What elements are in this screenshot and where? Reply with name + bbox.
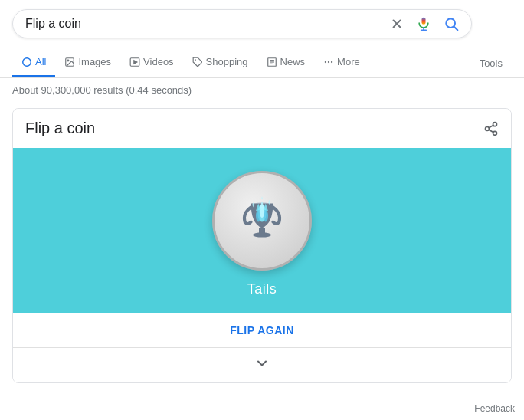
voice-search-button[interactable] (410, 16, 437, 31)
coin-circle (212, 171, 312, 271)
svg-point-19 (331, 61, 332, 62)
tab-shopping[interactable]: Shopping (183, 48, 257, 77)
svg-marker-37 (261, 196, 263, 200)
tab-all-label: All (35, 56, 46, 67)
image-icon (64, 57, 75, 67)
coin-display-area: Tails (13, 148, 511, 313)
microphone-icon (416, 16, 431, 31)
results-count: About 90,300,000 results (0.44 seconds) (0, 78, 524, 102)
svg-point-17 (325, 61, 326, 62)
search-bar-container (0, 0, 524, 48)
feedback-label: Feedback (474, 403, 515, 414)
close-icon (390, 17, 404, 31)
svg-rect-2 (422, 18, 426, 25)
tools-label: Tools (480, 57, 503, 69)
tag-icon (192, 57, 203, 67)
flip-again-label: FLIP AGAIN (230, 324, 294, 336)
clear-search-button[interactable] (384, 17, 410, 31)
tab-news-label: News (280, 56, 306, 67)
coin-card-header: Flip a coin (13, 109, 511, 148)
tab-shopping-label: Shopping (206, 56, 248, 67)
expand-button[interactable] (254, 356, 270, 375)
tab-news[interactable]: News (257, 48, 315, 77)
circle-icon (21, 57, 32, 67)
flip-again-button[interactable]: FLIP AGAIN (230, 324, 294, 336)
news-icon (267, 57, 277, 67)
svg-line-24 (489, 125, 493, 127)
coin-flip-card: Flip a coin (12, 108, 512, 383)
svg-point-18 (328, 61, 329, 62)
search-button[interactable] (437, 16, 459, 31)
search-icon (444, 16, 459, 31)
expand-container (13, 347, 511, 382)
svg-line-23 (489, 130, 493, 132)
flip-again-container: FLIP AGAIN (13, 313, 511, 347)
play-icon (129, 57, 140, 67)
dots-icon (323, 57, 334, 67)
chevron-down-icon (254, 356, 270, 371)
share-button[interactable] (483, 121, 499, 136)
coin-tails-image (231, 190, 293, 251)
search-bar (12, 9, 472, 38)
svg-point-9 (68, 60, 70, 61)
coin-card-title: Flip a coin (25, 120, 95, 137)
nav-tabs: All Images Videos Shopping News (0, 48, 524, 78)
feedback-link[interactable]: Feedback (474, 403, 515, 414)
svg-marker-11 (134, 60, 137, 64)
tab-more-label: More (337, 56, 360, 67)
tab-more[interactable]: More (314, 48, 369, 77)
tab-all[interactable]: All (12, 48, 55, 77)
search-input[interactable] (25, 17, 384, 31)
svg-line-6 (454, 27, 458, 31)
tab-videos[interactable]: Videos (120, 48, 183, 77)
tab-images-label: Images (78, 56, 111, 67)
svg-point-27 (253, 232, 271, 237)
tools-button[interactable]: Tools (470, 50, 512, 77)
results-count-text: About 90,300,000 results (0.44 seconds) (12, 84, 192, 96)
tab-videos-label: Videos (143, 56, 174, 67)
svg-point-7 (23, 57, 31, 66)
tab-images[interactable]: Images (55, 48, 120, 77)
share-icon (483, 121, 499, 136)
coin-result-text: Tails (247, 281, 277, 297)
